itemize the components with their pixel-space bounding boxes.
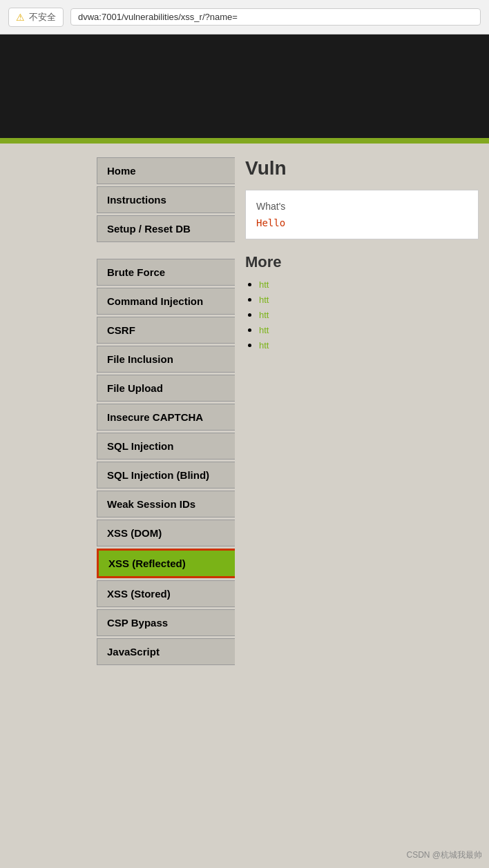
vuln-box: What's Hello (245, 190, 479, 239)
green-bar (0, 138, 489, 144)
right-content: Vuln What's Hello More htt htt htt htt h… (235, 144, 489, 687)
more-link-3[interactable]: htt (259, 310, 269, 320)
warning-icon: ⚠ (16, 12, 25, 23)
browser-bar: ⚠ 不安全 dvwa:7001/vulnerabilities/xss_r/?n… (0, 0, 489, 34)
footer-watermark: CSDN @杭城我最帅 (406, 849, 482, 861)
nav-group-vulnerabilities: Brute Force Command Injection CSRF File … (97, 259, 235, 665)
list-item: htt (259, 308, 479, 321)
sidebar: Home Instructions Setup / Reset DB Brute… (0, 144, 235, 687)
more-link-5[interactable]: htt (259, 340, 269, 351)
whats-label: What's (256, 201, 468, 212)
more-link-2[interactable]: htt (259, 295, 269, 305)
list-item: htt (259, 324, 479, 336)
link-list: htt htt htt htt htt (245, 278, 479, 351)
security-warning: ⚠ 不安全 (8, 8, 64, 27)
warning-text: 不安全 (29, 11, 56, 23)
more-link-4[interactable]: htt (259, 325, 269, 335)
main-content: Home Instructions Setup / Reset DB Brute… (0, 144, 489, 687)
list-item: htt (259, 278, 479, 290)
header-banner (0, 34, 489, 138)
list-item: htt (259, 293, 479, 306)
url-bar[interactable]: dvwa:7001/vulnerabilities/xss_r/?name= (70, 8, 481, 26)
nav-group-general: Home Instructions Setup / Reset DB (97, 157, 235, 242)
more-title: More (245, 253, 479, 271)
list-item: htt (259, 339, 479, 351)
more-link-1[interactable]: htt (259, 279, 269, 290)
hello-text: Hello (256, 217, 468, 228)
page-title: Vuln (245, 157, 479, 179)
nav-spacer (97, 250, 235, 259)
